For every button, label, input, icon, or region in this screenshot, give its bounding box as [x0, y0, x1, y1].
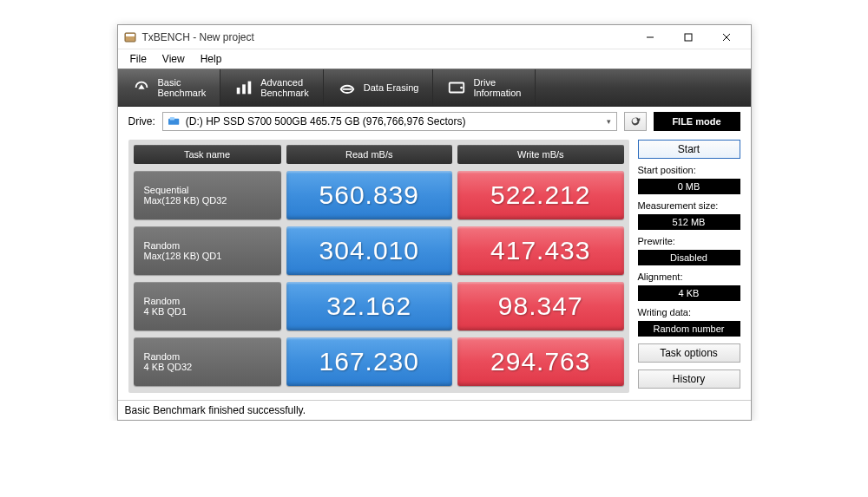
task-cell: Random 4 KB QD1	[134, 282, 281, 330]
start-position-value[interactable]: 0 MB	[638, 179, 740, 194]
task-cell: Sequential Max(128 KB) QD32	[134, 171, 281, 219]
reload-icon	[629, 115, 641, 128]
erase-icon	[338, 78, 357, 97]
write-value: 98.347	[457, 282, 624, 330]
table-header-row: Task name Read mB/s Write mB/s	[134, 145, 624, 164]
writing-data-label: Writing data:	[638, 307, 740, 317]
task-line2: Max(128 KB) QD32	[144, 195, 271, 206]
svg-rect-8	[248, 82, 252, 95]
window-title: TxBENCH - New project	[142, 31, 631, 43]
tab-label: Basic Benchmark	[158, 77, 207, 98]
alignment-value[interactable]: 4 KB	[638, 285, 740, 301]
header-read: Read mB/s	[286, 145, 453, 164]
titlebar: TxBENCH - New project	[118, 25, 751, 49]
maximize-button[interactable]	[669, 25, 707, 49]
bars-icon	[234, 78, 253, 97]
svg-rect-7	[242, 84, 246, 94]
table-row: Random 4 KB QD1 32.162 98.347	[134, 282, 624, 330]
file-mode-button[interactable]: FILE mode	[654, 112, 740, 131]
svg-rect-3	[685, 34, 692, 41]
write-value: 417.433	[457, 226, 624, 275]
task-line1: Sequential	[144, 185, 271, 195]
table-row: Sequential Max(128 KB) QD32 560.839 522.…	[134, 171, 624, 219]
tabs-bar: Basic Benchmark Advanced Benchmark Data …	[118, 69, 751, 107]
menu-help[interactable]: Help	[194, 51, 229, 67]
table-row: Random 4 KB QD32 167.230 294.763	[134, 337, 624, 386]
menu-file[interactable]: File	[123, 51, 154, 67]
chevron-down-icon: ▾	[607, 117, 611, 126]
drive-select[interactable]: (D:) HP SSD S700 500GB 465.75 GB (976,76…	[162, 112, 617, 131]
svg-rect-1	[126, 34, 135, 36]
prewrite-label: Prewrite:	[638, 236, 740, 246]
reload-button[interactable]	[624, 112, 647, 131]
side-panel: Start Start position: 0 MB Measurement s…	[638, 140, 740, 393]
tab-label: Data Erasing	[364, 82, 419, 93]
task-line1: Random	[144, 351, 271, 362]
tab-drive-information[interactable]: Drive Information	[433, 69, 536, 106]
measurement-size-value[interactable]: 512 MB	[638, 214, 740, 230]
task-line2: 4 KB QD1	[144, 306, 271, 317]
header-write: Write mB/s	[457, 145, 624, 164]
tab-basic-benchmark[interactable]: Basic Benchmark	[118, 69, 221, 106]
drive-icon	[168, 116, 181, 127]
task-line2: 4 KB QD32	[144, 362, 271, 372]
tab-label: Advanced Benchmark	[260, 77, 309, 98]
drive-label: Drive:	[128, 115, 155, 128]
writing-data-value[interactable]: Random number	[638, 321, 740, 337]
drive-info-icon	[447, 78, 466, 97]
close-button[interactable]	[707, 25, 746, 49]
app-window: TxBENCH - New project File View Help Bas…	[117, 24, 752, 421]
prewrite-value[interactable]: Disabled	[638, 250, 740, 265]
header-task: Task name	[134, 145, 281, 164]
minimize-button[interactable]	[631, 25, 669, 49]
statusbar: Basic Benchmark finished successfully.	[118, 400, 751, 420]
start-position-label: Start position:	[638, 165, 740, 175]
tab-data-erasing[interactable]: Data Erasing	[324, 69, 434, 106]
task-options-button[interactable]: Task options	[638, 343, 740, 363]
app-icon	[123, 30, 137, 44]
read-value: 32.162	[286, 282, 453, 330]
task-line2: Max(128 KB) QD1	[144, 251, 271, 261]
task-line1: Random	[144, 240, 271, 251]
svg-point-11	[461, 87, 464, 89]
menubar: File View Help	[118, 49, 751, 69]
read-value: 167.230	[286, 337, 453, 386]
read-value: 560.839	[286, 171, 453, 219]
svg-rect-13	[170, 117, 174, 121]
task-line1: Random	[144, 296, 271, 306]
gauge-icon	[132, 78, 151, 97]
measurement-size-label: Measurement size:	[638, 200, 740, 211]
svg-rect-6	[237, 88, 240, 94]
history-button[interactable]: History	[638, 369, 740, 389]
read-value: 304.010	[286, 226, 453, 275]
start-button[interactable]: Start	[638, 140, 740, 159]
write-value: 294.763	[457, 337, 624, 386]
task-cell: Random 4 KB QD32	[134, 337, 281, 386]
table-row: Random Max(128 KB) QD1 304.010 417.433	[134, 226, 624, 275]
alignment-label: Alignment:	[638, 271, 740, 282]
tab-advanced-benchmark[interactable]: Advanced Benchmark	[220, 69, 324, 106]
benchmark-table: Task name Read mB/s Write mB/s Sequentia…	[128, 140, 629, 393]
tab-label: Drive Information	[473, 77, 521, 98]
task-cell: Random Max(128 KB) QD1	[134, 226, 281, 275]
menu-view[interactable]: View	[155, 51, 192, 67]
write-value: 522.212	[457, 171, 624, 219]
content-area: Task name Read mB/s Write mB/s Sequentia…	[118, 136, 751, 400]
drive-bar: Drive: (D:) HP SSD S700 500GB 465.75 GB …	[118, 107, 751, 136]
status-text: Basic Benchmark finished successfully.	[125, 404, 306, 416]
drive-selected-text: (D:) HP SSD S700 500GB 465.75 GB (976,76…	[186, 115, 466, 128]
